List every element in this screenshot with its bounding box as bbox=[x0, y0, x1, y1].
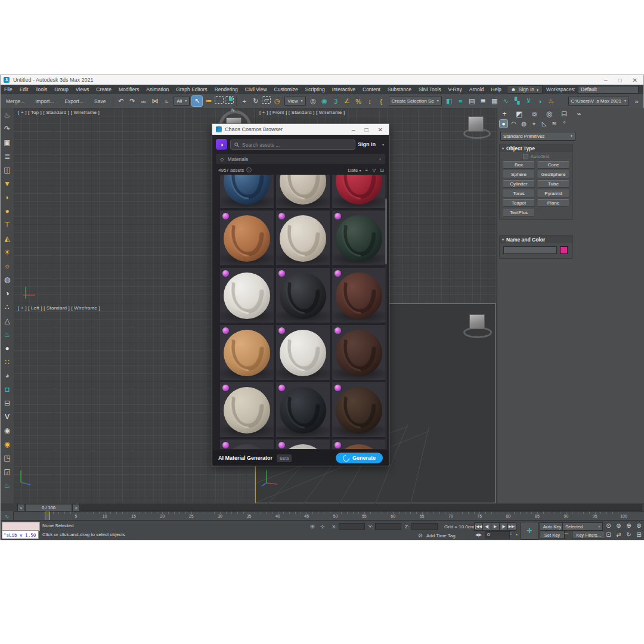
object-type-rollout-header[interactable]: ▾Object Type bbox=[500, 144, 572, 152]
viewport-left-label[interactable]: [ + ] [ Left ] [ Standard ] [ Wireframe … bbox=[18, 305, 100, 311]
maxscript-mini-listener[interactable]: "sLib v 1.50 bbox=[2, 530, 39, 539]
snap-toggle-icon[interactable]: 3 bbox=[331, 96, 341, 106]
primitive-category-select[interactable]: Standard Primitives▾ bbox=[500, 132, 575, 141]
dome-light-icon[interactable]: ◗ bbox=[1, 190, 13, 204]
geosphere-button[interactable]: GeoSphere bbox=[537, 171, 569, 178]
selection-lock-icon[interactable]: ⊞ bbox=[310, 524, 315, 530]
dialog-scrollbar[interactable] bbox=[385, 175, 387, 449]
scene-explorer-icon[interactable]: ▤ bbox=[467, 96, 477, 106]
cosmos-sign-in-button[interactable]: Sign in bbox=[358, 141, 376, 147]
save-button[interactable]: Save bbox=[89, 95, 111, 108]
pyramid-helper-icon[interactable]: △ bbox=[1, 314, 13, 327]
x-coordinate-field[interactable] bbox=[339, 523, 365, 530]
menu-item-tools[interactable]: Tools bbox=[32, 85, 51, 94]
teapot-teal-icon[interactable]: ♨ bbox=[1, 478, 13, 492]
list-icon[interactable]: ≣ bbox=[1, 149, 13, 163]
window-crossing-icon[interactable] bbox=[225, 96, 234, 104]
viewcube-front[interactable] bbox=[463, 115, 490, 139]
material-thumbnail[interactable] bbox=[332, 210, 386, 265]
cameras-subtab[interactable]: ⌖ bbox=[530, 120, 538, 128]
list-view-icon[interactable]: ≡ bbox=[365, 168, 368, 173]
frame-stepper-icon[interactable]: ◀▶ bbox=[475, 532, 482, 537]
menu-item-interactive[interactable]: Interactive bbox=[329, 85, 359, 94]
cosmos-close-button[interactable]: ✕ bbox=[378, 126, 383, 133]
named-sets-icon[interactable]: { bbox=[376, 96, 386, 106]
material-thumbnail[interactable] bbox=[276, 439, 330, 449]
viewport-front-label[interactable]: [ + ] [ Front ] [ Standard ] [ Wireframe… bbox=[259, 110, 345, 115]
motion-tab[interactable]: ◎ bbox=[544, 109, 554, 118]
helpers-subtab[interactable]: ◺ bbox=[540, 120, 548, 128]
doc-export-icon[interactable]: ◳ bbox=[1, 451, 13, 465]
sign-in-button[interactable]: ☻ Sign In ▾ bbox=[507, 85, 543, 94]
auto-key-button[interactable]: Auto Key bbox=[540, 522, 565, 531]
zoom-region-icon[interactable]: ⊡ bbox=[604, 531, 613, 538]
curve-editor-icon[interactable]: ∿ bbox=[501, 96, 511, 106]
geometry-subtab[interactable]: ● bbox=[500, 120, 507, 128]
add-time-tag[interactable]: Add Time Tag bbox=[426, 533, 456, 538]
close-button[interactable]: ✕ bbox=[633, 77, 637, 83]
select-and-move-icon[interactable]: + bbox=[239, 96, 249, 106]
export-button[interactable]: Export... bbox=[59, 95, 89, 108]
material-thumbnail[interactable] bbox=[220, 210, 274, 265]
zoom-all-icon[interactable]: ⊚ bbox=[614, 522, 623, 530]
camera-box-icon[interactable]: ▣ bbox=[1, 135, 13, 149]
orbit-icon[interactable]: ↻ bbox=[624, 531, 633, 538]
go-to-start-button[interactable]: |◀◀ bbox=[474, 522, 483, 531]
maximize-viewport-icon[interactable]: ⊞ bbox=[634, 531, 643, 538]
menu-item-rendering[interactable]: Rendering bbox=[211, 85, 242, 94]
menu-item-content[interactable]: Content bbox=[359, 85, 384, 94]
pyramid-button[interactable]: Pyramid bbox=[537, 190, 569, 197]
viewport-top-label[interactable]: [ + ] [ Top ] [ Standard ] [ Wireframe ] bbox=[18, 110, 100, 115]
spot-light-icon[interactable]: ▼ bbox=[1, 177, 13, 190]
menu-item-civil-view[interactable]: Civil View bbox=[242, 85, 271, 94]
time-configuration-icon[interactable]: ◔ bbox=[515, 532, 518, 538]
import-button[interactable]: Import... bbox=[30, 95, 59, 108]
minimize-button[interactable]: – bbox=[604, 77, 608, 83]
menu-item-file[interactable]: File bbox=[1, 85, 16, 94]
box-button[interactable]: Box bbox=[503, 161, 535, 169]
menu-item-substance[interactable]: Substance bbox=[384, 85, 415, 94]
cosmos-maximize-button[interactable]: □ bbox=[365, 126, 369, 133]
particles-icon[interactable]: ∴ bbox=[1, 300, 13, 314]
sphere-button[interactable]: Sphere bbox=[503, 171, 535, 178]
bind-to-space-warp-icon[interactable]: ≈ bbox=[161, 96, 171, 106]
free-light-icon[interactable]: ◭ bbox=[1, 231, 13, 245]
select-by-name-icon[interactable]: ≔ bbox=[203, 96, 213, 106]
key-mode-icon[interactable]: ⌒ bbox=[564, 532, 569, 540]
sun-icon[interactable]: ☀ bbox=[1, 245, 13, 259]
filter-icon[interactable]: ▽ bbox=[372, 168, 376, 173]
material-thumbnail[interactable] bbox=[276, 325, 330, 380]
sphere-box-icon[interactable]: ◘ bbox=[1, 382, 13, 396]
vray-logo-icon[interactable]: V bbox=[1, 410, 13, 423]
material-thumbnail[interactable] bbox=[332, 382, 386, 437]
copy-view-icon[interactable]: ⊡ bbox=[380, 168, 384, 173]
shapes-subtab[interactable]: ◠ bbox=[510, 120, 518, 128]
unlink-selection-icon[interactable]: ⋈ bbox=[150, 96, 160, 106]
timeline-ruler[interactable]: ∿ 05101520253035404550556065707580859095… bbox=[14, 511, 644, 521]
merge-button[interactable]: Merge... bbox=[1, 95, 30, 108]
autogrid-checkbox[interactable]: AutoGrid bbox=[500, 152, 572, 160]
select-and-manipulate-icon[interactable]: ◉ bbox=[320, 96, 330, 106]
menu-item-modifiers[interactable]: Modifiers bbox=[115, 85, 143, 94]
video-camera-icon[interactable]: ◫ bbox=[1, 163, 13, 177]
play-button[interactable]: ▶ bbox=[491, 522, 500, 531]
arc-swoosh-icon[interactable]: ↷ bbox=[1, 122, 13, 135]
systems-subtab[interactable]: ° bbox=[561, 120, 568, 128]
material-sphere-icon[interactable]: ● bbox=[1, 341, 13, 355]
y-coordinate-field[interactable] bbox=[375, 523, 401, 530]
ribbon-icon[interactable]: ▦ bbox=[490, 96, 500, 106]
select-object-icon[interactable]: ↖ bbox=[192, 96, 202, 106]
maximize-button[interactable]: □ bbox=[618, 77, 622, 83]
layer-explorer-icon[interactable]: ≣ bbox=[478, 96, 488, 106]
track-bar[interactable] bbox=[80, 504, 642, 511]
project-folder-select[interactable]: C:\Users\V .s Max 2021▾ bbox=[568, 97, 630, 106]
swirl-gear-icon[interactable]: ◉ bbox=[1, 437, 13, 451]
material-thumbnail[interactable] bbox=[332, 325, 386, 380]
moon-sphere-icon[interactable]: ◑ bbox=[1, 286, 13, 300]
direct-light-icon[interactable]: ⊤ bbox=[1, 218, 13, 231]
menu-item-arnold[interactable]: Arnold bbox=[466, 85, 488, 94]
material-thumbnail[interactable] bbox=[220, 439, 274, 449]
current-frame-field[interactable]: 0 bbox=[485, 531, 510, 538]
material-thumbnail[interactable] bbox=[332, 268, 386, 323]
cosmos-minimize-button[interactable]: – bbox=[352, 126, 355, 133]
